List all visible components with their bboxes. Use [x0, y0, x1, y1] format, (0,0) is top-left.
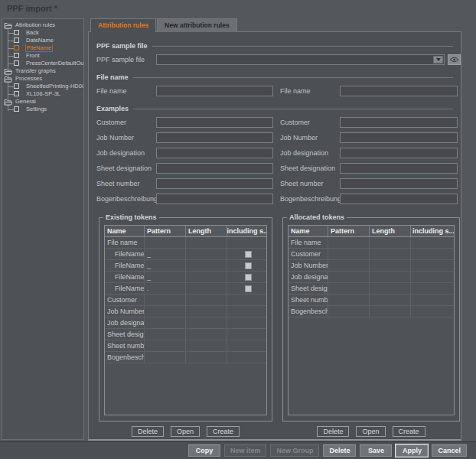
token-row-filename4[interactable]: FileName4.: [105, 283, 266, 295]
browse-button[interactable]: [448, 54, 461, 65]
tree-item-general[interactable]: General: [4, 98, 83, 106]
token-row-job-designation[interactable]: Job designation: [289, 272, 454, 283]
example-input-right[interactable]: [340, 178, 458, 189]
field-label: Sheet number: [96, 180, 156, 187]
token-row-file-name[interactable]: File name: [289, 237, 454, 249]
tree-item-presscenterdefaultoutput[interactable]: PressCenterDefaultOutput: [4, 60, 83, 67]
chevron-down-icon[interactable]: [433, 56, 443, 63]
column-header-name[interactable]: Name: [289, 226, 328, 236]
column-header-name[interactable]: Name: [105, 226, 145, 236]
checkbox-icon[interactable]: [14, 37, 19, 43]
example-input-left[interactable]: [156, 117, 273, 128]
token-row-bogenbeschreibung[interactable]: Bogenbeschreibung: [105, 352, 266, 363]
checkbox-icon[interactable]: [14, 106, 19, 112]
checkbox-icon[interactable]: [14, 30, 19, 35]
token-pattern-cell: _: [145, 260, 186, 271]
token-row-job-designation[interactable]: Job designation: [105, 317, 266, 329]
tree-item-attribution-rules[interactable]: Attribution rules: [4, 21, 83, 29]
delete-button[interactable]: Delete: [317, 426, 349, 437]
column-header-pattern[interactable]: Pattern: [145, 226, 186, 236]
example-input-right[interactable]: [340, 117, 458, 128]
ppf-sample-file-combobox[interactable]: [156, 54, 445, 65]
checkbox-icon[interactable]: [245, 274, 252, 281]
checkbox-icon[interactable]: [245, 262, 252, 269]
token-length-cell: [186, 340, 227, 351]
section-title: File name: [96, 73, 129, 81]
column-header-including-s[interactable]: including s...: [411, 226, 454, 236]
token-row-job-number[interactable]: Job Number: [289, 260, 454, 272]
example-input-right[interactable]: [340, 194, 458, 204]
token-name-cell: FileName4: [105, 283, 145, 294]
existing-tokens-table[interactable]: NamePatternLengthincluding s... File nam…: [104, 225, 267, 415]
token-row-bogenbeschreibung[interactable]: Bogenbeschreibung: [289, 306, 454, 317]
column-header-pattern[interactable]: Pattern: [328, 226, 370, 236]
checkbox-icon[interactable]: [14, 45, 19, 50]
token-row-filename2[interactable]: FileName2_: [105, 260, 266, 272]
token-row-file-name[interactable]: File name: [105, 237, 266, 249]
column-header-length[interactable]: Length: [370, 226, 411, 236]
create-button[interactable]: Create: [393, 426, 425, 437]
token-including-cell: [411, 260, 454, 271]
create-button[interactable]: Create: [207, 426, 240, 437]
tree-item-back[interactable]: Back: [4, 29, 83, 37]
token-pattern-cell: [328, 260, 370, 271]
checkbox-icon[interactable]: [245, 251, 252, 258]
apply-button[interactable]: Apply: [396, 444, 428, 457]
token-including-cell: [411, 237, 454, 248]
token-row-sheet-designation[interactable]: Sheet designation: [105, 329, 266, 340]
copy-button[interactable]: Copy: [188, 444, 220, 457]
tab-attribution-rules[interactable]: Attribution rules: [90, 18, 156, 32]
new-item-button[interactable]: New item: [224, 444, 267, 457]
checkbox-icon[interactable]: [14, 60, 19, 66]
example-input-right[interactable]: [340, 148, 458, 158]
section-title: Examples: [96, 105, 129, 112]
cancel-button[interactable]: Cancel: [432, 444, 467, 457]
checkbox-icon[interactable]: [14, 53, 19, 58]
delete-button[interactable]: Delete: [132, 426, 164, 437]
token-length-cell: [370, 295, 411, 305]
save-button[interactable]: Save: [360, 444, 392, 457]
token-row-customer[interactable]: Customer: [289, 249, 454, 260]
token-name-cell: FileName1: [105, 249, 145, 259]
tree-item-front[interactable]: Front: [4, 52, 83, 60]
example-input-right[interactable]: [340, 163, 458, 174]
example-input-left[interactable]: [156, 132, 273, 143]
token-row-sheet-number[interactable]: Sheet number: [105, 340, 266, 352]
tree-item-xl106-sp-3l[interactable]: XL106-SP-3L: [4, 90, 83, 98]
token-row-filename1[interactable]: FileName1_: [105, 249, 266, 260]
tree-item-filename[interactable]: FileName: [4, 44, 83, 52]
example-input-left[interactable]: [156, 163, 273, 174]
token-pattern-cell: [145, 317, 186, 328]
tree-item-settings[interactable]: Settings: [4, 106, 83, 113]
checkbox-icon[interactable]: [14, 91, 19, 96]
allocated-tokens-table[interactable]: NamePatternLengthincluding s... File nam…: [288, 225, 455, 415]
token-row-filename3[interactable]: FileName3_: [105, 272, 266, 283]
checkbox-icon[interactable]: [245, 285, 252, 292]
column-header-including-s[interactable]: including s...: [227, 226, 266, 236]
table-body: File nameFileName1_FileName2_FileName3_F…: [105, 237, 266, 363]
tree-item-sheetfedprinting-hd001[interactable]: SheetfedPrinting-HD001: [4, 83, 83, 90]
tree-item-label: FileName: [26, 44, 52, 51]
tree-item-datename[interactable]: DateName: [4, 37, 83, 44]
checkbox-icon[interactable]: [14, 83, 19, 89]
open-button[interactable]: Open: [171, 426, 200, 437]
token-name-cell: Job designation: [289, 272, 328, 282]
tree-item-processes[interactable]: Processes: [4, 75, 83, 83]
token-row-sheet-designation[interactable]: Sheet designation: [289, 283, 454, 295]
new-group-button[interactable]: New Group: [270, 444, 319, 457]
file-name-input-right[interactable]: [340, 86, 458, 96]
token-row-job-number[interactable]: Job Number: [105, 306, 266, 317]
token-row-sheet-number[interactable]: Sheet number: [289, 295, 454, 306]
delete-button[interactable]: Delete: [323, 444, 356, 457]
column-header-length[interactable]: Length: [186, 226, 227, 236]
example-input-left[interactable]: [156, 194, 273, 204]
section-title: PPF sample file: [96, 42, 148, 50]
tree-item-transfer-graphs[interactable]: Transfer graphs: [4, 67, 83, 75]
tab-new-attribution-rules[interactable]: New attribution rules: [157, 18, 237, 32]
example-input-left[interactable]: [156, 178, 273, 189]
example-input-right[interactable]: [340, 132, 458, 143]
token-row-customer[interactable]: Customer: [105, 295, 266, 306]
open-button[interactable]: Open: [356, 426, 385, 437]
example-input-left[interactable]: [156, 148, 273, 158]
file-name-input-left[interactable]: [156, 86, 273, 96]
